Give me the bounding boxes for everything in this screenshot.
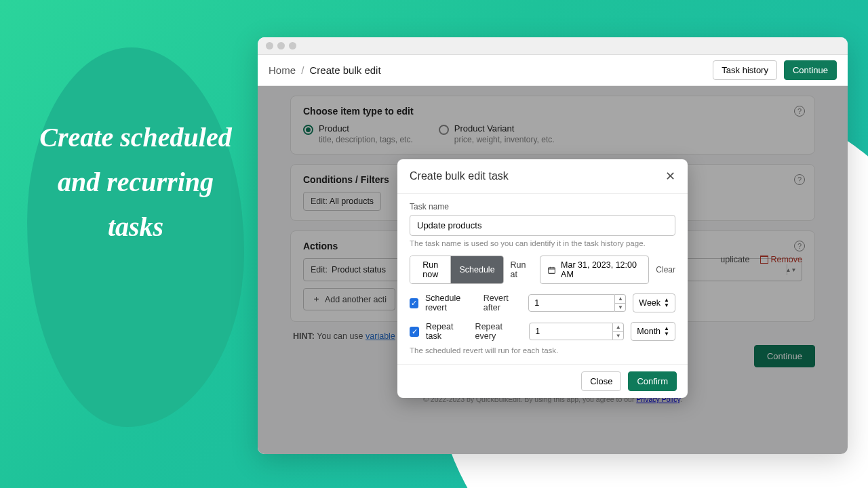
window-traffic-lights (258, 37, 848, 55)
traffic-dot-min[interactable] (277, 42, 285, 49)
traffic-dot-max[interactable] (289, 42, 296, 49)
revert-stepper[interactable]: ▲▼ (615, 294, 626, 312)
breadcrumb-sep: / (301, 64, 304, 76)
repeat-unit-select[interactable]: Month ▲▼ (631, 322, 675, 341)
task-name-input[interactable] (410, 215, 675, 236)
repeat-stepper[interactable]: ▲▼ (613, 323, 624, 340)
traffic-dot-close[interactable] (266, 42, 273, 49)
modal-confirm-button[interactable]: Confirm (628, 371, 677, 391)
run-at-label: Run at (511, 260, 533, 279)
repeat-help: The scheduled revert will run for each t… (410, 346, 675, 354)
run-now-button[interactable]: Run now (410, 256, 451, 283)
repeat-every-input[interactable] (529, 323, 613, 340)
revert-after-input[interactable] (528, 294, 615, 312)
breadcrumb: Home / Create bulk edit (269, 64, 381, 76)
repeat-task-label: Repeat task (426, 322, 469, 341)
create-task-modal: Create bulk edit task ✕ Task name The ta… (397, 159, 688, 398)
marketing-tagline: Create scheduled and recurring tasks (37, 115, 234, 249)
task-name-help: The task name is used so you can identif… (410, 239, 675, 247)
modal-close-button[interactable]: Close (581, 371, 621, 391)
svg-rect-0 (549, 267, 555, 273)
revert-unit-select[interactable]: Week ▲▼ (633, 293, 675, 312)
clear-date[interactable]: Clear (656, 265, 675, 274)
schedule-revert-checkbox[interactable]: ✓ (410, 298, 418, 308)
run-at-datepicker[interactable]: Mar 31, 2023, 12:00 AM (540, 256, 649, 284)
continue-button-top[interactable]: Continue (784, 60, 837, 80)
breadcrumb-current: Create bulk edit (310, 64, 381, 76)
updown-icon: ▲▼ (664, 298, 669, 308)
schedule-button[interactable]: Schedule (451, 256, 502, 283)
revert-after-label: Revert after (484, 293, 522, 312)
run-mode-toggle: Run now Schedule (410, 256, 504, 284)
close-icon[interactable]: ✕ (665, 169, 675, 184)
repeat-task-checkbox[interactable]: ✓ (410, 327, 419, 337)
task-name-label: Task name (410, 202, 675, 211)
repeat-every-label: Repeat every (475, 322, 523, 341)
schedule-revert-label: Schedule revert (425, 293, 477, 312)
calendar-icon (547, 266, 556, 274)
browser-window: Home / Create bulk edit Task history Con… (258, 37, 848, 454)
app-header: Home / Create bulk edit Task history Con… (258, 55, 848, 86)
modal-title: Create bulk edit task (410, 170, 509, 182)
updown-icon: ▲▼ (664, 326, 669, 337)
task-history-button[interactable]: Task history (713, 60, 777, 80)
breadcrumb-home[interactable]: Home (269, 64, 296, 76)
